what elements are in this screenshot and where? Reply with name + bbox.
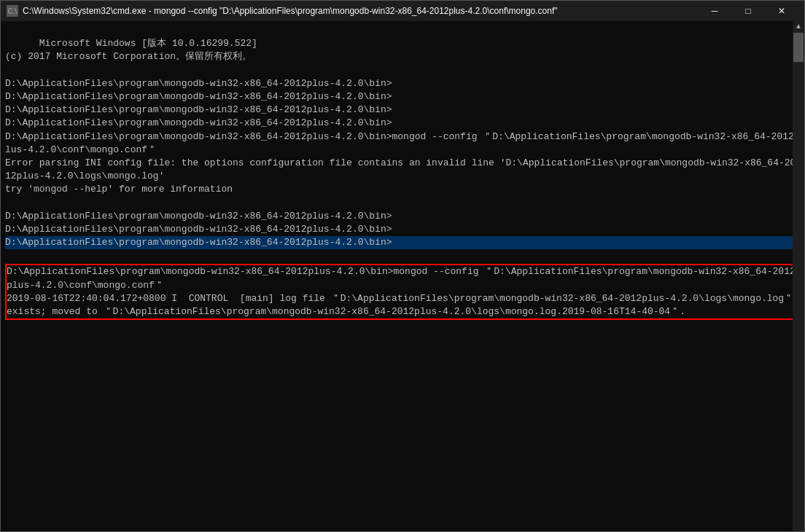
title-bar-text: C:\Windows\System32\cmd.exe - mongod --c…: [23, 6, 698, 16]
console-area: Microsoft Windows [版本 10.0.16299.522] (c…: [1, 21, 804, 531]
vertical-scrollbar[interactable]: ▲: [793, 21, 804, 531]
title-bar: C:\ C:\Windows\System32\cmd.exe - mongod…: [1, 1, 804, 21]
close-button[interactable]: ✕: [765, 1, 798, 21]
console-output: Microsoft Windows [版本 10.0.16299.522] (c…: [5, 24, 800, 347]
title-bar-controls: ─ □ ✕: [698, 1, 798, 21]
maximize-button[interactable]: □: [731, 1, 765, 21]
cmd-window: C:\ C:\Windows\System32\cmd.exe - mongod…: [0, 0, 805, 532]
scroll-up-button[interactable]: ▲: [793, 21, 804, 31]
minimize-button[interactable]: ─: [698, 1, 731, 21]
scroll-thumb[interactable]: [793, 33, 804, 62]
app-icon: C:\: [7, 5, 18, 17]
selected-line: D:\ApplicationFiles\program\mongodb-win3…: [5, 236, 800, 249]
console-line-1: Microsoft Windows [版本 10.0.16299.522] (c…: [5, 38, 800, 235]
highlighted-output-block: D:\ApplicationFiles\program\mongodb-win3…: [5, 264, 800, 320]
